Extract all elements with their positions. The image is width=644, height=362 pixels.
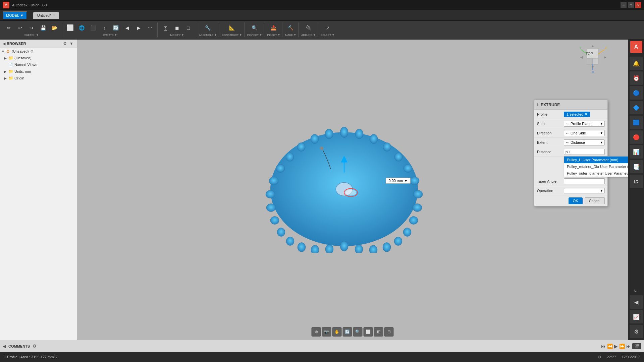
start-dropdown[interactable]: ↔ Profile Plane ▼ bbox=[564, 121, 605, 127]
playback-back-btn[interactable]: ⏪ bbox=[607, 344, 613, 349]
fr-btn-4[interactable]: 🔷 bbox=[630, 101, 643, 114]
tree-item-units[interactable]: ▶ 📄 Named Views bbox=[0, 61, 77, 68]
direction-dropdown[interactable]: ↔ One Side ▼ bbox=[564, 130, 605, 136]
autocomplete-item-2[interactable]: Pulley_outer_diameter User Parameter (mm… bbox=[564, 170, 628, 177]
insert-btn[interactable]: 📥 bbox=[268, 23, 279, 33]
browser-expand-icon[interactable]: ▼ bbox=[69, 41, 74, 46]
create-revolve-btn[interactable]: 🔄 bbox=[110, 23, 121, 33]
nav-camera-btn[interactable]: 📷 bbox=[322, 327, 331, 337]
create-label[interactable]: CREATE ▼ bbox=[103, 34, 117, 37]
playback-fwd-btn[interactable]: ⏩ bbox=[619, 344, 625, 349]
construct-label[interactable]: CONSTRUCT ▼ bbox=[222, 34, 242, 37]
status-date: 12/05/2017 bbox=[622, 355, 640, 359]
viewcube[interactable]: Z Y X TOP ▲ ▶ ▼ ◀ bbox=[578, 43, 604, 70]
viewport[interactable]: 0.00 mm ▼ Z Y X TOP ▲ ▶ ▼ bbox=[77, 40, 628, 340]
undo-button[interactable]: ↩ bbox=[15, 23, 25, 33]
nav-more-btn[interactable]: ⊟ bbox=[384, 327, 394, 337]
save-button[interactable]: 💾 bbox=[38, 23, 48, 33]
ok-button[interactable]: OK bbox=[569, 197, 583, 204]
playback-next-btn[interactable]: ⏭ bbox=[626, 344, 631, 349]
toolbar-group-insert: 📥 INSERT ▼ bbox=[265, 22, 282, 37]
distance-input[interactable] bbox=[564, 149, 605, 155]
sketch-button[interactable]: ✏ bbox=[3, 23, 14, 33]
autocomplete-item-1[interactable]: Pulley_retainer_Dia User Parameter (mm) bbox=[564, 163, 628, 170]
nav-orbit-btn[interactable]: 🔄 bbox=[343, 327, 352, 337]
profile-selected[interactable]: 1 selected ✕ bbox=[564, 112, 590, 117]
create-extrude-btn[interactable]: ↕ bbox=[99, 23, 110, 33]
fr-btn-9[interactable]: 🗂 bbox=[630, 175, 643, 188]
tree-item-root[interactable]: ▼ ⚙ (Unsaved) ⚙ bbox=[0, 48, 77, 55]
fr-btn-1[interactable]: 🔔 bbox=[630, 57, 643, 70]
select-label[interactable]: SELECT ▼ bbox=[321, 34, 334, 37]
tab-close-icon[interactable]: × bbox=[53, 13, 55, 17]
create-sphere-btn[interactable]: 🌐 bbox=[76, 23, 87, 33]
inspect-label[interactable]: INSPECT ▼ bbox=[247, 34, 262, 37]
make-btn[interactable]: 🔨 bbox=[285, 23, 296, 33]
create-sweep-btn[interactable]: ◀ bbox=[122, 23, 132, 33]
fr-btn-3[interactable]: 🔵 bbox=[630, 86, 643, 100]
create-cyl-btn[interactable]: ⬛ bbox=[88, 23, 98, 33]
minimize-button[interactable]: ─ bbox=[621, 2, 627, 8]
browser-settings-icon[interactable]: ⚙ bbox=[62, 41, 67, 46]
nav-zoom-btn[interactable]: 🔍 bbox=[353, 327, 363, 337]
fr-btn-6[interactable]: 🔴 bbox=[630, 130, 643, 144]
fr-btn-7[interactable]: 📊 bbox=[630, 145, 643, 159]
dimension-dropdown-btn[interactable]: ▼ bbox=[404, 179, 408, 183]
taper-input[interactable] bbox=[564, 178, 605, 184]
svg-text:◀: ◀ bbox=[580, 55, 583, 59]
assemble-label[interactable]: ASSEMBLE ▼ bbox=[199, 34, 217, 37]
modify-btn2[interactable]: ◼ bbox=[172, 23, 182, 33]
inspect-btn[interactable]: 🔍 bbox=[249, 23, 260, 33]
playback-prev-btn[interactable]: ⏮ bbox=[601, 344, 606, 349]
modify-btn3[interactable]: ◻ bbox=[183, 23, 194, 33]
modify-label[interactable]: MODIFY ▼ bbox=[170, 34, 184, 37]
make-label[interactable]: MAKE ▼ bbox=[285, 34, 296, 37]
fr-chart-btn[interactable]: 📈 bbox=[630, 310, 643, 323]
comments-settings-icon[interactable]: ⚙ bbox=[33, 344, 37, 349]
redo-button[interactable]: ↪ bbox=[26, 23, 37, 33]
addins-btn[interactable]: 🔌 bbox=[303, 23, 314, 33]
profile-clear-btn[interactable]: ✕ bbox=[585, 112, 587, 116]
tree-item-named-views[interactable]: ▶ 📁 (Unsaved) bbox=[0, 55, 77, 61]
close-button[interactable]: ✕ bbox=[635, 2, 641, 8]
status-settings-icon[interactable]: ⚙ bbox=[598, 355, 601, 359]
nav-home-btn[interactable]: ⊕ bbox=[312, 327, 321, 337]
fr-expand-btn[interactable]: ◀ bbox=[630, 295, 643, 309]
browser-collapse-icon[interactable]: ◀ bbox=[3, 42, 5, 46]
tree-item-sketches[interactable]: ▶ 📁 Origin bbox=[0, 75, 77, 81]
nav-pan-btn[interactable]: ✋ bbox=[332, 327, 342, 337]
maximize-button[interactable]: □ bbox=[628, 2, 634, 8]
create-more-btn[interactable]: ⋯ bbox=[145, 23, 155, 33]
comments-expand-icon[interactable]: ◀ bbox=[3, 344, 6, 349]
fr-btn-8[interactable]: 📑 bbox=[630, 160, 643, 173]
fr-btn-5[interactable]: 🟦 bbox=[630, 116, 643, 129]
autocomplete-item-0[interactable]: Pulley_H User Parameter (mm) bbox=[564, 157, 628, 163]
sketches-arrow[interactable]: ▶ bbox=[4, 76, 8, 80]
operation-dropdown[interactable]: ▼ bbox=[564, 188, 605, 193]
open-button[interactable]: 📂 bbox=[49, 23, 60, 33]
tree-arrow-root[interactable]: ▼ bbox=[1, 50, 5, 53]
create-loft-btn[interactable]: ▶ bbox=[133, 23, 144, 33]
named-views-arrow[interactable]: ▶ bbox=[4, 56, 8, 60]
sketch-label[interactable]: SKETCH ▼ bbox=[24, 34, 39, 37]
main-tab[interactable]: Untitled* × bbox=[33, 12, 59, 19]
nav-display-btn[interactable]: ⬜ bbox=[364, 327, 373, 337]
tree-root-settings-icon[interactable]: ⚙ bbox=[30, 49, 34, 54]
fr-btn-2[interactable]: ⏰ bbox=[630, 71, 643, 85]
playback-settings-btn[interactable]: 🎬 bbox=[632, 343, 641, 349]
playback-play-btn[interactable]: ▶ bbox=[614, 344, 618, 349]
create-box-btn[interactable]: ⬜ bbox=[65, 23, 75, 33]
assemble-btn[interactable]: 🔧 bbox=[203, 23, 213, 33]
fr-settings-btn[interactable]: ⚙ bbox=[630, 325, 643, 338]
construct-btn[interactable]: 📐 bbox=[226, 23, 237, 33]
modify-btn1[interactable]: ∑ bbox=[160, 23, 171, 33]
insert-label[interactable]: INSERT ▼ bbox=[267, 34, 280, 37]
addins-label[interactable]: ADD-INS ▼ bbox=[301, 34, 316, 37]
tree-item-origin[interactable]: ▶ 📁 Units: mm bbox=[0, 68, 77, 75]
model-mode-button[interactable]: MODEL ▼ bbox=[3, 11, 27, 19]
origin-arrow[interactable]: ▶ bbox=[4, 70, 8, 73]
nav-grid-btn[interactable]: ⊞ bbox=[374, 327, 383, 337]
extent-dropdown[interactable]: ↔ Distance ▼ bbox=[564, 139, 605, 145]
select-btn[interactable]: ↗ bbox=[322, 23, 333, 33]
cancel-button[interactable]: Cancel bbox=[585, 197, 605, 204]
